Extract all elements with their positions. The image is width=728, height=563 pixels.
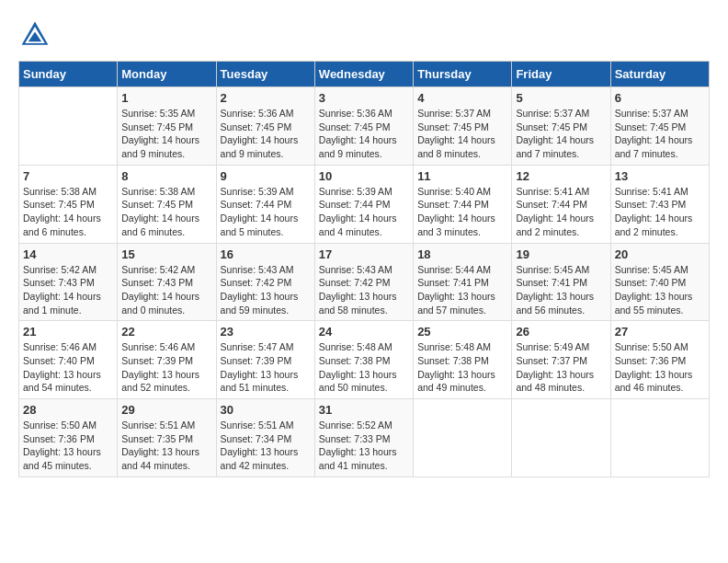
calendar-cell: 21Sunrise: 5:46 AMSunset: 7:40 PMDayligh… bbox=[19, 321, 118, 399]
day-number: 18 bbox=[417, 247, 507, 261]
day-number: 30 bbox=[221, 403, 311, 417]
day-detail: Sunrise: 5:48 AMSunset: 7:38 PMDaylight:… bbox=[417, 340, 507, 395]
day-detail: Sunrise: 5:37 AMSunset: 7:45 PMDaylight:… bbox=[615, 107, 705, 161]
day-number: 12 bbox=[516, 169, 606, 183]
day-number: 20 bbox=[615, 247, 705, 261]
day-number: 29 bbox=[121, 403, 211, 417]
calendar-cell: 12Sunrise: 5:41 AMSunset: 7:44 PMDayligh… bbox=[512, 165, 610, 243]
calendar-cell: 28Sunrise: 5:50 AMSunset: 7:36 PMDayligh… bbox=[19, 399, 118, 477]
day-number: 14 bbox=[23, 247, 113, 261]
day-detail: Sunrise: 5:38 AMSunset: 7:45 PMDaylight:… bbox=[121, 185, 211, 239]
col-header-tuesday: Tuesday bbox=[216, 62, 314, 87]
calendar-cell: 10Sunrise: 5:39 AMSunset: 7:44 PMDayligh… bbox=[314, 165, 413, 243]
day-detail: Sunrise: 5:43 AMSunset: 7:42 PMDaylight:… bbox=[221, 263, 311, 317]
calendar-cell: 3Sunrise: 5:36 AMSunset: 7:45 PMDaylight… bbox=[314, 87, 413, 166]
day-number: 7 bbox=[23, 169, 113, 183]
calendar-cell: 23Sunrise: 5:47 AMSunset: 7:39 PMDayligh… bbox=[216, 321, 314, 399]
day-detail: Sunrise: 5:51 AMSunset: 7:35 PMDaylight:… bbox=[121, 419, 211, 473]
logo-icon bbox=[18, 18, 51, 52]
day-number: 8 bbox=[121, 169, 211, 183]
calendar-cell: 24Sunrise: 5:48 AMSunset: 7:38 PMDayligh… bbox=[314, 321, 413, 399]
calendar-cell: 5Sunrise: 5:37 AMSunset: 7:45 PMDaylight… bbox=[512, 87, 610, 166]
day-number: 16 bbox=[221, 247, 311, 261]
calendar-cell: 9Sunrise: 5:39 AMSunset: 7:44 PMDaylight… bbox=[216, 165, 314, 243]
day-detail: Sunrise: 5:50 AMSunset: 7:36 PMDaylight:… bbox=[23, 419, 113, 473]
calendar-cell: 31Sunrise: 5:52 AMSunset: 7:33 PMDayligh… bbox=[314, 399, 413, 477]
day-detail: Sunrise: 5:44 AMSunset: 7:41 PMDaylight:… bbox=[417, 263, 507, 317]
day-detail: Sunrise: 5:51 AMSunset: 7:34 PMDaylight:… bbox=[221, 419, 311, 473]
day-number: 2 bbox=[221, 91, 311, 105]
day-detail: Sunrise: 5:37 AMSunset: 7:45 PMDaylight:… bbox=[516, 107, 606, 161]
calendar-week-3: 14Sunrise: 5:42 AMSunset: 7:43 PMDayligh… bbox=[19, 243, 710, 321]
day-number: 11 bbox=[417, 169, 507, 183]
day-number: 5 bbox=[516, 91, 606, 105]
calendar-cell bbox=[19, 87, 118, 166]
day-number: 28 bbox=[23, 403, 113, 417]
calendar-cell: 22Sunrise: 5:46 AMSunset: 7:39 PMDayligh… bbox=[118, 321, 216, 399]
day-number: 17 bbox=[319, 247, 409, 261]
calendar-cell: 19Sunrise: 5:45 AMSunset: 7:41 PMDayligh… bbox=[512, 243, 610, 321]
calendar-week-1: 1Sunrise: 5:35 AMSunset: 7:45 PMDaylight… bbox=[19, 87, 710, 166]
calendar-cell: 4Sunrise: 5:37 AMSunset: 7:45 PMDaylight… bbox=[414, 87, 512, 166]
calendar-cell: 2Sunrise: 5:36 AMSunset: 7:45 PMDaylight… bbox=[216, 87, 314, 166]
day-detail: Sunrise: 5:46 AMSunset: 7:39 PMDaylight:… bbox=[121, 340, 211, 395]
col-header-friday: Friday bbox=[512, 62, 610, 87]
day-detail: Sunrise: 5:46 AMSunset: 7:40 PMDaylight:… bbox=[23, 340, 113, 395]
day-detail: Sunrise: 5:43 AMSunset: 7:42 PMDaylight:… bbox=[319, 263, 409, 317]
day-detail: Sunrise: 5:39 AMSunset: 7:44 PMDaylight:… bbox=[221, 185, 311, 239]
col-header-thursday: Thursday bbox=[414, 62, 512, 87]
calendar-week-4: 21Sunrise: 5:46 AMSunset: 7:40 PMDayligh… bbox=[19, 321, 710, 399]
day-number: 10 bbox=[319, 169, 409, 183]
col-header-sunday: Sunday bbox=[19, 62, 118, 87]
day-detail: Sunrise: 5:39 AMSunset: 7:44 PMDaylight:… bbox=[319, 185, 409, 239]
calendar-cell: 16Sunrise: 5:43 AMSunset: 7:42 PMDayligh… bbox=[216, 243, 314, 321]
day-detail: Sunrise: 5:50 AMSunset: 7:36 PMDaylight:… bbox=[615, 340, 705, 395]
day-number: 23 bbox=[221, 325, 311, 339]
calendar-cell: 18Sunrise: 5:44 AMSunset: 7:41 PMDayligh… bbox=[414, 243, 512, 321]
calendar-cell: 14Sunrise: 5:42 AMSunset: 7:43 PMDayligh… bbox=[19, 243, 118, 321]
calendar-cell bbox=[512, 399, 610, 477]
calendar-cell: 25Sunrise: 5:48 AMSunset: 7:38 PMDayligh… bbox=[414, 321, 512, 399]
calendar-cell: 6Sunrise: 5:37 AMSunset: 7:45 PMDaylight… bbox=[610, 87, 709, 166]
day-detail: Sunrise: 5:49 AMSunset: 7:37 PMDaylight:… bbox=[516, 340, 606, 395]
day-number: 3 bbox=[319, 91, 409, 105]
day-number: 21 bbox=[23, 325, 113, 339]
col-header-saturday: Saturday bbox=[610, 62, 709, 87]
day-detail: Sunrise: 5:41 AMSunset: 7:43 PMDaylight:… bbox=[615, 185, 705, 239]
calendar-week-5: 28Sunrise: 5:50 AMSunset: 7:36 PMDayligh… bbox=[19, 399, 710, 477]
calendar-cell: 30Sunrise: 5:51 AMSunset: 7:34 PMDayligh… bbox=[216, 399, 314, 477]
day-number: 13 bbox=[615, 169, 705, 183]
calendar-table: SundayMondayTuesdayWednesdayThursdayFrid… bbox=[18, 61, 710, 477]
calendar-cell: 1Sunrise: 5:35 AMSunset: 7:45 PMDaylight… bbox=[118, 87, 216, 166]
day-detail: Sunrise: 5:47 AMSunset: 7:39 PMDaylight:… bbox=[221, 340, 311, 395]
day-detail: Sunrise: 5:45 AMSunset: 7:41 PMDaylight:… bbox=[516, 263, 606, 317]
page-header bbox=[18, 18, 710, 52]
calendar-header-row: SundayMondayTuesdayWednesdayThursdayFrid… bbox=[19, 62, 710, 87]
day-detail: Sunrise: 5:35 AMSunset: 7:45 PMDaylight:… bbox=[121, 107, 211, 161]
day-number: 31 bbox=[319, 403, 409, 417]
logo bbox=[18, 18, 55, 52]
day-detail: Sunrise: 5:41 AMSunset: 7:44 PMDaylight:… bbox=[516, 185, 606, 239]
day-detail: Sunrise: 5:42 AMSunset: 7:43 PMDaylight:… bbox=[23, 263, 113, 317]
day-detail: Sunrise: 5:36 AMSunset: 7:45 PMDaylight:… bbox=[221, 107, 311, 161]
day-number: 27 bbox=[615, 325, 705, 339]
calendar-cell: 17Sunrise: 5:43 AMSunset: 7:42 PMDayligh… bbox=[314, 243, 413, 321]
day-number: 19 bbox=[516, 247, 606, 261]
day-detail: Sunrise: 5:38 AMSunset: 7:45 PMDaylight:… bbox=[23, 185, 113, 239]
calendar-cell: 8Sunrise: 5:38 AMSunset: 7:45 PMDaylight… bbox=[118, 165, 216, 243]
day-detail: Sunrise: 5:42 AMSunset: 7:43 PMDaylight:… bbox=[121, 263, 211, 317]
day-detail: Sunrise: 5:36 AMSunset: 7:45 PMDaylight:… bbox=[319, 107, 409, 161]
calendar-cell: 11Sunrise: 5:40 AMSunset: 7:44 PMDayligh… bbox=[414, 165, 512, 243]
day-number: 6 bbox=[615, 91, 705, 105]
col-header-monday: Monday bbox=[118, 62, 216, 87]
day-number: 4 bbox=[417, 91, 507, 105]
calendar-cell: 26Sunrise: 5:49 AMSunset: 7:37 PMDayligh… bbox=[512, 321, 610, 399]
calendar-cell: 29Sunrise: 5:51 AMSunset: 7:35 PMDayligh… bbox=[118, 399, 216, 477]
calendar-cell: 13Sunrise: 5:41 AMSunset: 7:43 PMDayligh… bbox=[610, 165, 709, 243]
day-detail: Sunrise: 5:45 AMSunset: 7:40 PMDaylight:… bbox=[615, 263, 705, 317]
day-number: 26 bbox=[516, 325, 606, 339]
calendar-cell: 7Sunrise: 5:38 AMSunset: 7:45 PMDaylight… bbox=[19, 165, 118, 243]
day-detail: Sunrise: 5:37 AMSunset: 7:45 PMDaylight:… bbox=[417, 107, 507, 161]
day-detail: Sunrise: 5:40 AMSunset: 7:44 PMDaylight:… bbox=[417, 185, 507, 239]
day-number: 1 bbox=[121, 91, 211, 105]
